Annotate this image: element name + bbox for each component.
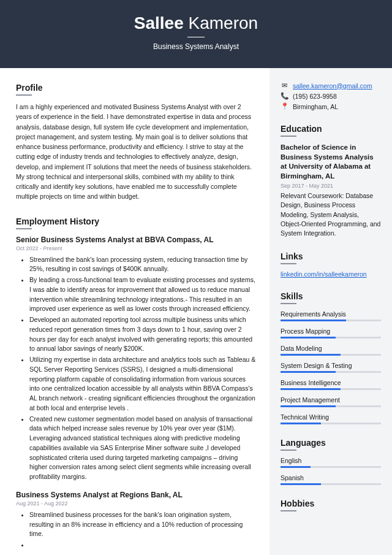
skill-bar [281,405,381,407]
main-column: Profile I am a highly experienced and mo… [0,68,270,555]
skill-bar-fill [281,423,321,424]
heading-underline [281,263,296,264]
employment-section: Employment History Senior Business Syste… [16,216,256,550]
skill-item: Project Management [281,396,381,407]
job-bullets: Streamlined the bank's loan processing s… [16,255,256,482]
heading-underline [281,510,296,511]
links-heading: Links [281,251,381,261]
skill-item: Process Mapping [281,327,381,339]
heading-underline [281,450,296,451]
education-description: Relevant Coursework: Database Design, Bu… [281,191,381,238]
job-position: Business Systems Analyst at Regions Bank… [16,491,256,499]
language-item: Spanish [281,474,381,485]
job-bullets: Streamlined business processes for the b… [16,510,256,550]
skill-item: System Design & Testing [281,362,381,373]
skill-bar [281,354,381,356]
skill-name: Data Modeling [281,345,381,352]
email-link[interactable]: sallee.kameron@gmail.com [293,82,372,90]
job-bullet: Created new customer segmentation model … [29,415,256,482]
skill-bar [281,371,381,373]
phone-icon: 📞 [281,92,288,100]
language-name: Spanish [281,474,381,481]
skill-bar [281,320,381,321]
language-bar-fill [281,466,311,468]
skills-heading: Skills [281,291,381,301]
first-name: Sallee [134,13,184,33]
skill-bar-fill [281,371,336,373]
heading-underline [16,228,32,229]
skill-bar-fill [281,337,336,339]
skill-bar-fill [281,354,341,356]
skill-name: Requirements Analysis [281,310,381,318]
skill-bar [281,388,381,390]
language-bar-fill [281,483,321,485]
profile-heading: Profile [16,83,256,93]
employment-heading: Employment History [16,216,256,226]
location-text: Birmingham, AL [293,103,338,110]
language-bar [281,483,381,485]
skill-item: Technical Writing [281,413,381,424]
skill-bar [281,337,381,339]
hobbies-section: Hobbies [281,499,381,511]
profile-text: I am a highly experienced and motivated … [16,102,256,202]
language-item: English [281,457,381,468]
skill-bar-fill [281,388,341,390]
job-bullet: Developed an automated reporting tool ac… [29,315,256,354]
skills-section: Skills Requirements AnalysisProcess Mapp… [281,291,381,424]
heading-underline [16,94,32,96]
links-section: Links linkedin.com/in/salleekameron [281,251,381,278]
profile-section: Profile I am a highly experienced and mo… [16,83,256,202]
heading-underline [281,136,296,137]
job-position: Senior Business Systems Analyst at BBVA … [16,235,256,244]
name-underline [187,37,205,37]
job-title: Business Systems Analyst [12,42,380,51]
language-bar [281,466,381,468]
envelope-icon: ✉ [281,82,288,90]
header: Sallee Kameron Business Systems Analyst [0,0,392,68]
language-name: English [281,457,381,464]
phone-text: (195) 623-9958 [293,93,337,100]
skill-item: Business Intelligence [281,379,381,390]
linkedin-link[interactable]: linkedin.com/in/salleekameron [281,270,367,278]
education-section: Education Bachelor of Science in Busines… [281,124,381,238]
education-degree: Bachelor of Science in Business Systems … [281,143,381,181]
person-name: Sallee Kameron [12,13,380,33]
contact-phone-row: 📞 (195) 623-9958 [281,92,381,100]
job-entry: Senior Business Systems Analyst at BBVA … [16,235,256,482]
languages-section: Languages EnglishSpanish [281,438,381,485]
skill-bar [281,423,381,424]
contact-email-row: ✉ sallee.kameron@gmail.com [281,82,381,90]
job-entry: Business Systems Analyst at Regions Bank… [16,491,256,550]
languages-heading: Languages [281,438,381,448]
education-dates: Sep 2017 - May 2021 [281,183,381,189]
resume-page: Sallee Kameron Business Systems Analyst … [0,0,392,555]
skill-bar-fill [281,320,346,321]
job-dates: Aug 2021 - Aug 2022 [16,500,256,507]
contact-section: ✉ sallee.kameron@gmail.com 📞 (195) 623-9… [281,82,381,110]
education-heading: Education [281,124,381,134]
body: Profile I am a highly experienced and mo… [0,68,392,555]
skill-name: Process Mapping [281,327,381,335]
job-bullet: Streamlined business processes for the b… [29,510,256,539]
contact-location-row: 📍 Birmingham, AL [281,102,381,110]
skill-name: System Design & Testing [281,362,381,369]
job-bullet: Utilizing my expertise in data architect… [29,355,256,413]
last-name: Kameron [189,13,258,33]
skill-item: Requirements Analysis [281,310,381,321]
job-bullet [29,540,256,550]
hobbies-heading: Hobbies [281,499,381,508]
skill-bar-fill [281,405,336,407]
job-bullet: Streamlined the bank's loan processing s… [29,255,256,275]
skill-name: Technical Writing [281,413,381,421]
skill-name: Business Intelligence [281,379,381,386]
job-dates: Oct 2022 - Present [16,245,256,251]
job-bullet: By leading a cross-functional team to ev… [29,275,256,314]
skill-name: Project Management [281,396,381,404]
heading-underline [281,303,296,304]
sidebar: ✉ sallee.kameron@gmail.com 📞 (195) 623-9… [270,68,392,555]
skill-item: Data Modeling [281,345,381,356]
map-pin-icon: 📍 [281,102,288,110]
